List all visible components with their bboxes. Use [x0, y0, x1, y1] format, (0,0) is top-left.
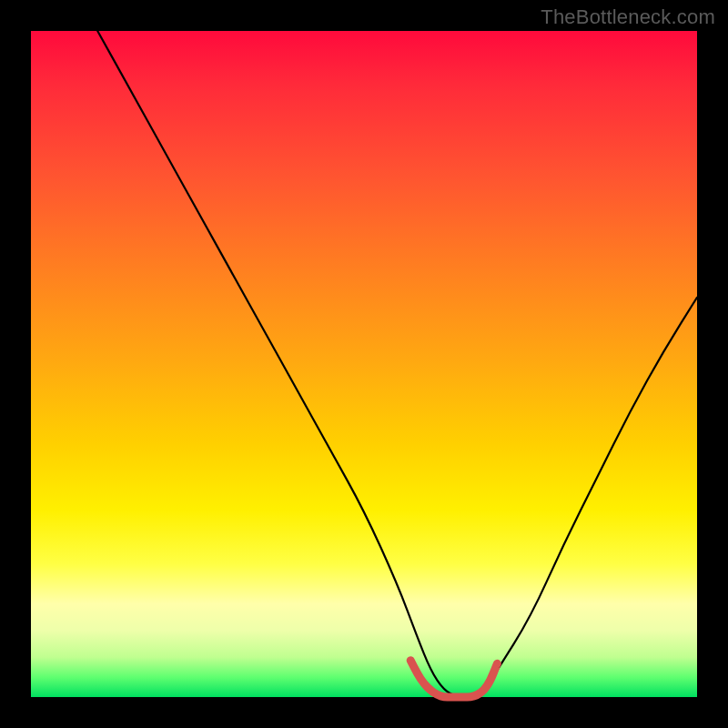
bottleneck-curve — [97, 31, 697, 697]
chart-frame: TheBottleneck.com — [0, 0, 728, 728]
plot-area — [31, 31, 697, 697]
watermark-text: TheBottleneck.com — [541, 5, 715, 29]
optimal-band — [410, 661, 497, 697]
chart-svg — [31, 31, 697, 697]
